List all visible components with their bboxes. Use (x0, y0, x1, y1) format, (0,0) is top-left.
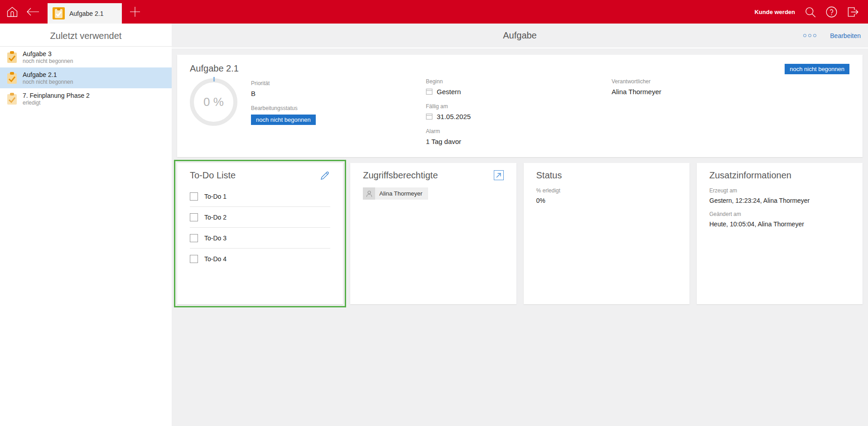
field-value: 0% (536, 197, 677, 204)
todo-item: To-Do 1 (190, 186, 330, 207)
progress-ring: 0 % (190, 78, 237, 126)
todo-checkbox[interactable] (190, 213, 198, 221)
page-title: Aufgabe (172, 24, 868, 48)
help-icon[interactable] (825, 6, 838, 18)
field-label: Erzeugt am (709, 187, 850, 194)
sidebar-item-aufgabe-2-1[interactable]: Aufgabe 2.1 noch nicht begonnen (0, 67, 172, 88)
search-icon[interactable] (804, 6, 816, 18)
todo-item: To-Do 2 (190, 207, 330, 228)
field-label: Alarm (426, 128, 612, 134)
field-label: Verantwortlicher (612, 78, 850, 85)
content-area: Aufgabe 2.1 noch nicht begonnen 0 % Prio… (172, 49, 868, 426)
member-chip[interactable]: Alina Thormeyer (363, 187, 428, 200)
todo-item: To-Do 4 (190, 249, 330, 269)
card-title: To-Do Liste (190, 170, 236, 181)
access-rights-card: Zugriffsberechtigte Alina Thormeyer (350, 163, 516, 304)
todo-list-card: To-Do Liste To-Do 1 To-Do 2 (177, 163, 343, 304)
kunde-werden-link[interactable]: Kunde werden (754, 9, 795, 15)
recent-sidebar: Zuletzt verwendet Aufgabe 3 noch nicht b… (0, 24, 172, 426)
open-record-icon[interactable] (494, 170, 504, 180)
field-label: Fällig am (426, 103, 612, 110)
content-header: Aufgabe Bearbeiten (172, 24, 868, 48)
sidebar-item-status: noch nicht begonnen (23, 79, 73, 85)
person-icon (363, 187, 375, 200)
sidebar-item-status: erledigt (23, 100, 90, 106)
clipboard-check-icon (53, 7, 65, 19)
todo-checkbox[interactable] (190, 234, 198, 242)
card-title: Zugriffsberechtigte (363, 170, 438, 181)
sidebar-title: Zuletzt verwendet (0, 24, 172, 47)
sidebar-item-status: noch nicht begonnen (23, 58, 73, 64)
edit-button[interactable]: Bearbeiten (830, 32, 861, 39)
back-icon[interactable] (25, 6, 40, 17)
clipboard-check-icon (6, 93, 18, 105)
field-value: B (251, 90, 316, 97)
field-value: Gestern, 12:23:24, Alina Thormeyer (709, 197, 850, 204)
task-title: Aufgabe 2.1 (190, 63, 850, 74)
sidebar-item-title: Aufgabe 3 (23, 50, 73, 58)
todo-checkbox[interactable] (190, 192, 198, 201)
field-label: % erledigt (536, 187, 677, 194)
new-tab-plus-icon[interactable] (129, 6, 141, 18)
field-label: Bearbeitungsstatus (251, 105, 316, 111)
clipboard-check-icon (6, 72, 18, 84)
field-value: Heute, 10:05:04, Alina Thormeyer (709, 220, 850, 228)
field-value: 1 Tag davor (426, 138, 612, 145)
status-badge: noch nicht begonnen (785, 64, 849, 74)
field-label: Beginn (426, 78, 612, 85)
field-label: Priorität (251, 80, 316, 86)
todo-checkbox[interactable] (190, 255, 198, 263)
additional-info-card: Zusatzinformationen Erzeugt am Gestern, … (697, 163, 863, 304)
todo-label: To-Do 3 (204, 235, 227, 242)
member-name: Alina Thormeyer (379, 190, 422, 197)
progress-value: 0 % (203, 95, 224, 109)
top-bar: Aufgabe 2.1 Kunde werden (0, 0, 868, 24)
todo-label: To-Do 1 (204, 193, 227, 200)
todo-item: To-Do 3 (190, 228, 330, 249)
more-menu-icon[interactable] (801, 32, 818, 39)
card-title: Zusatzinformationen (709, 170, 791, 181)
status-card: Status % erledigt 0% (524, 163, 690, 304)
tab-aufgabe-2-1[interactable]: Aufgabe 2.1 (48, 3, 122, 24)
todo-label: To-Do 4 (204, 255, 227, 263)
logout-icon[interactable] (847, 6, 859, 18)
tab-label: Aufgabe 2.1 (69, 10, 104, 17)
field-label: Geändert am (709, 211, 850, 217)
pencil-icon[interactable] (319, 170, 330, 181)
card-title: Status (536, 170, 562, 181)
todo-label: To-Do 2 (204, 214, 227, 221)
sidebar-item-title: 7. Feinplanung Phase 2 (23, 92, 90, 100)
field-value: Gestern (437, 88, 461, 96)
calendar-icon (426, 88, 433, 95)
clipboard-check-icon (6, 51, 18, 63)
field-value: 31.05.2025 (437, 113, 471, 120)
home-icon[interactable] (6, 5, 19, 18)
calendar-icon (426, 113, 433, 120)
sidebar-item-feinplanung[interactable]: 7. Feinplanung Phase 2 erledigt (0, 88, 172, 109)
field-value: Alina Thormeyer (612, 88, 850, 96)
status-badge: noch nicht begonnen (251, 115, 316, 125)
sidebar-item-title: Aufgabe 2.1 (23, 71, 73, 79)
sidebar-item-aufgabe-3[interactable]: Aufgabe 3 noch nicht begonnen (0, 47, 172, 67)
task-detail-card: Aufgabe 2.1 noch nicht begonnen 0 % Prio… (177, 55, 863, 157)
